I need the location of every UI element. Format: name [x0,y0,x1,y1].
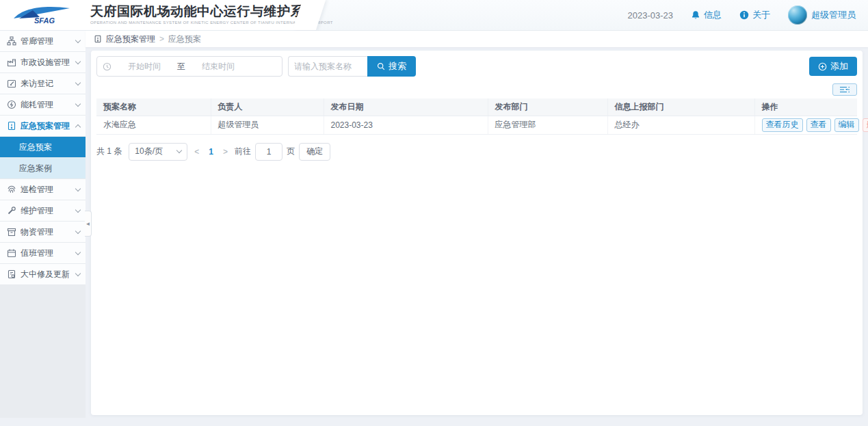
confirm-button[interactable]: 确定 [299,143,330,161]
footer-band [0,418,868,426]
doc-gear-icon [7,269,16,279]
chevron-down-icon [75,249,81,254]
content-card: 至 搜索 添加 [91,51,863,415]
cell-owner: 超级管理员 [211,116,324,134]
sidebar-item-label: 管廊管理 [21,36,76,47]
sidebar-subitem-label: 应急预案 [19,142,52,153]
sidebar-subitem-emergency-plan[interactable]: 应急预案 [0,137,86,158]
about-label: 关于 [752,9,770,21]
plan-name-input[interactable] [288,56,367,77]
info-icon [739,10,749,20]
about-link[interactable]: 关于 [739,9,770,21]
calendar-icon [7,248,16,258]
sidebar-item-label: 应急预案管理 [21,120,76,132]
view-history-button[interactable]: 查看历史 [762,118,803,132]
col-header-plan-name: 预案名称 [96,98,211,116]
app-header: SFAG 天府国际机场动能中心运行与维护系统 OPERATION AND MAI… [0,0,868,31]
page-size-value: 10条/页 [135,146,163,157]
chevron-down-icon [75,58,81,64]
current-page[interactable]: 1 [209,147,213,157]
column-settings-button[interactable] [832,83,857,96]
page-subtitle: OPERATION AND MAINTENANCE SYSTEM OF KINE… [90,21,333,25]
sidebar-item-materials[interactable]: 物资管理 [0,222,86,243]
edit-icon [7,79,16,88]
pagination-total: 共 1 条 [96,146,122,157]
messages-link[interactable]: 信息 [691,9,722,21]
sidebar-item-label: 值班管理 [21,248,76,259]
sidebar-item-energy[interactable]: 能耗管理 [0,94,86,116]
page-unit-label: 页 [287,146,295,157]
chevron-down-icon [75,207,81,212]
delete-button[interactable]: 删除 [863,118,868,132]
search-button[interactable]: 搜索 [367,56,416,77]
end-time-input[interactable] [188,62,248,71]
breadcrumb-separator: > [159,34,164,44]
chevron-down-icon [75,37,81,42]
add-button-label: 添加 [830,60,848,72]
view-button[interactable]: 查看 [806,118,831,132]
sitemap-icon [7,36,16,46]
chevron-down-icon [75,185,81,191]
chevron-down-icon [75,228,81,233]
pagination: 共 1 条 10条/页 < 1 > 前往 页 确定 [96,143,857,161]
sidebar-filler [0,285,86,418]
col-header-actions: 操作 [754,98,857,116]
brand-area: SFAG 天府国际机场动能中心运行与维护系统 OPERATION AND MAI… [0,0,311,30]
svg-text:SFAG: SFAG [34,16,55,25]
plans-table: 预案名称 负责人 发布日期 发布部门 信息上报部门 操作 水淹应急 超级管理员 [96,98,857,135]
date-range-picker[interactable]: 至 [96,56,282,77]
chevron-down-icon [176,148,182,153]
sfag-logo-icon: SFAG [10,3,73,27]
sidebar-collapse-handle[interactable]: ◄ [85,211,92,237]
sidebar: 管廊管理 市政设施管理 来访登记 能耗管理 应急预案管理 应急预案 应急案例 巡… [0,31,86,418]
breadcrumb-current: 应急预案 [168,34,201,45]
table-header-row: 预案名称 负责人 发布日期 发布部门 信息上报部门 操作 [96,98,857,116]
sidebar-item-label: 物资管理 [21,226,76,238]
edit-button[interactable]: 编辑 [834,118,859,132]
sidebar-subitem-label: 应急案例 [19,163,52,174]
chevron-up-icon [75,124,81,129]
sidebar-item-municipal-facilities[interactable]: 市政设施管理 [0,52,86,73]
page-size-select[interactable]: 10条/页 [129,143,187,161]
add-button[interactable]: 添加 [809,57,857,76]
search-icon [377,62,385,70]
col-header-publish-date: 发布日期 [324,98,488,116]
sidebar-item-inspection[interactable]: 巡检管理 [0,179,86,200]
user-menu[interactable]: 超级管理员 [788,5,856,25]
factory-icon [7,57,16,67]
emergency-doc-icon [7,121,16,131]
cell-publish-dept: 应急管理部 [488,116,607,134]
breadcrumb-parent[interactable]: 应急预案管理 [106,34,155,45]
range-separator: 至 [177,61,185,72]
chevron-down-icon [75,79,81,85]
sidebar-item-maintenance[interactable]: 维护管理 [0,200,86,222]
chevron-down-icon [75,270,81,276]
avatar [788,5,807,25]
start-time-input[interactable] [114,62,174,71]
col-header-report-dept: 信息上报部门 [607,98,754,116]
column-filter-icon [839,86,850,93]
breadcrumb: 应急预案管理 > 应急预案 [86,31,868,47]
sidebar-item-duty[interactable]: 值班管理 [0,243,86,264]
plus-circle-icon [818,62,827,71]
clock-icon [103,62,111,71]
chevron-down-icon [75,101,81,106]
cell-report-dept: 总经办 [607,116,754,134]
prev-page-button[interactable]: < [194,147,199,157]
wrench-icon [7,206,16,215]
messages-label: 信息 [704,9,722,21]
bell-icon [691,10,700,20]
sidebar-item-visitor-registration[interactable]: 来访登记 [0,73,86,94]
table-row: 水淹应急 超级管理员 2023-03-23 应急管理部 总经办 查看历史 查看 … [96,116,857,134]
cell-publish-date: 2023-03-23 [324,116,488,134]
sidebar-item-label: 能耗管理 [21,99,76,111]
col-header-publish-dept: 发布部门 [488,98,607,116]
sidebar-item-label: 市政设施管理 [21,57,76,68]
sidebar-item-emergency-plan-mgmt[interactable]: 应急预案管理 [0,116,86,137]
sidebar-subitem-emergency-case[interactable]: 应急案例 [0,158,86,179]
sidebar-item-pipe-gallery[interactable]: 管廊管理 [0,31,86,52]
next-page-button[interactable]: > [223,147,228,157]
goto-page-input[interactable] [255,143,282,161]
sidebar-item-overhaul-renewal[interactable]: 大中修及更新 [0,264,86,285]
sidebar-item-label: 维护管理 [21,205,76,217]
